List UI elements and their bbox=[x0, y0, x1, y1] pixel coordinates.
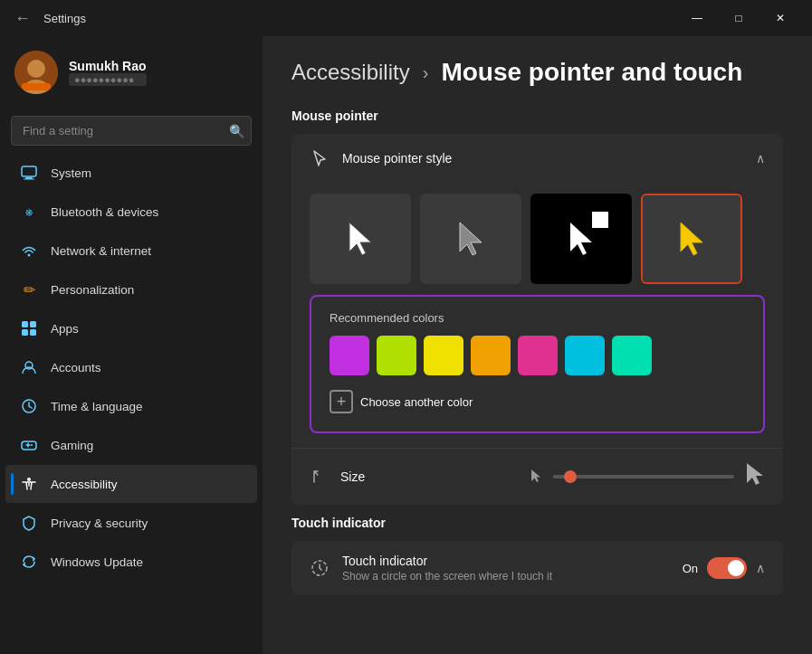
svg-rect-11 bbox=[30, 329, 36, 336]
pointer-style-options bbox=[291, 183, 783, 295]
back-button[interactable]: ← bbox=[11, 5, 34, 32]
svg-point-16 bbox=[27, 478, 31, 481]
choose-color-button[interactable]: + Choose another color bbox=[330, 386, 473, 417]
titlebar-title: Settings bbox=[43, 12, 86, 25]
choose-color-label: Choose another color bbox=[360, 395, 473, 409]
accounts-icon bbox=[20, 358, 38, 376]
touch-icon bbox=[310, 558, 330, 578]
user-info: Sumukh Rao ●●●●●●●●●● bbox=[69, 59, 147, 86]
sidebar-item-system[interactable]: System bbox=[5, 154, 257, 192]
sidebar-item-network[interactable]: Network & internet bbox=[5, 232, 257, 270]
breadcrumb: Accessibility bbox=[291, 60, 410, 85]
color-swatch-purple[interactable] bbox=[330, 336, 369, 375]
touch-left: Touch indicator Show a circle on the scr… bbox=[310, 554, 552, 583]
size-slider-track bbox=[553, 475, 734, 479]
color-swatch-teal[interactable] bbox=[612, 336, 652, 375]
sidebar-item-personalization[interactable]: ✏ Personalization bbox=[5, 270, 257, 308]
touch-expand-icon[interactable]: ∧ bbox=[756, 561, 765, 575]
apps-label: Apps bbox=[51, 322, 79, 336]
accessibility-label: Accessibility bbox=[51, 478, 118, 491]
sidebar-nav: System ⎈ Bluetooth & devices Network & i… bbox=[0, 153, 263, 582]
time-icon bbox=[20, 397, 38, 415]
sidebar-item-accounts[interactable]: Accounts bbox=[5, 348, 257, 386]
size-label: Size bbox=[340, 469, 365, 484]
bluetooth-label: Bluetooth & devices bbox=[51, 205, 158, 219]
update-label: Windows Update bbox=[51, 555, 143, 569]
search-box: 🔍 bbox=[11, 116, 252, 146]
gaming-icon bbox=[20, 436, 38, 454]
personalization-icon: ✏ bbox=[20, 280, 38, 299]
color-swatches bbox=[330, 336, 745, 375]
svg-rect-10 bbox=[22, 329, 28, 336]
toggle-on-label: On bbox=[683, 562, 698, 575]
maximize-button[interactable]: □ bbox=[718, 4, 759, 33]
pointer-option-white[interactable] bbox=[310, 194, 411, 284]
color-swatch-orange[interactable] bbox=[471, 336, 511, 375]
mouse-pointer-section-title: Mouse pointer bbox=[291, 109, 783, 123]
pointer-option-custom[interactable] bbox=[641, 194, 742, 284]
size-icon bbox=[310, 467, 330, 487]
color-swatch-lime[interactable] bbox=[377, 336, 416, 375]
pointer-style-card: Mouse pointer style ∧ bbox=[291, 134, 783, 505]
page-title: Mouse pointer and touch bbox=[441, 58, 742, 87]
network-icon bbox=[20, 242, 38, 260]
touch-indicator-desc: Show a circle on the screen where I touc… bbox=[342, 570, 552, 583]
privacy-icon bbox=[20, 514, 38, 532]
color-swatch-cyan[interactable] bbox=[565, 336, 605, 375]
touch-indicator-row: Touch indicator Show a circle on the scr… bbox=[291, 541, 783, 595]
system-icon bbox=[20, 164, 38, 182]
sidebar-item-bluetooth[interactable]: ⎈ Bluetooth & devices bbox=[5, 193, 257, 231]
color-swatch-yellow[interactable] bbox=[424, 336, 463, 375]
pointer-style-icon bbox=[310, 148, 330, 168]
sidebar-item-update[interactable]: Windows Update bbox=[5, 543, 257, 581]
close-button[interactable]: ✕ bbox=[759, 4, 801, 33]
page-header: Accessibility › Mouse pointer and touch bbox=[291, 58, 783, 87]
size-slider-thumb[interactable] bbox=[564, 470, 577, 483]
sidebar: Sumukh Rao ●●●●●●●●●● 🔍 System bbox=[0, 36, 263, 654]
bluetooth-icon: ⎈ bbox=[20, 203, 38, 221]
search-input[interactable] bbox=[11, 116, 252, 146]
touch-info: Touch indicator Show a circle on the scr… bbox=[342, 554, 552, 583]
svg-rect-3 bbox=[22, 83, 51, 90]
size-left: Size bbox=[310, 467, 365, 487]
cursor-small-icon bbox=[530, 468, 542, 487]
search-icon[interactable]: 🔍 bbox=[229, 124, 244, 138]
user-section[interactable]: Sumukh Rao ●●●●●●●●●● bbox=[0, 36, 263, 109]
color-section: Recommended colors + Choose another colo… bbox=[310, 295, 765, 433]
touch-right: On ∧ bbox=[683, 557, 765, 579]
svg-rect-6 bbox=[24, 179, 34, 180]
chevron-up-icon: ∧ bbox=[756, 151, 765, 166]
sidebar-item-time[interactable]: Time & language bbox=[5, 387, 257, 425]
update-icon bbox=[20, 553, 38, 571]
system-label: System bbox=[51, 166, 91, 180]
touch-toggle[interactable] bbox=[707, 557, 747, 579]
touch-indicator-label: Touch indicator bbox=[342, 554, 552, 568]
app-layout: Sumukh Rao ●●●●●●●●●● 🔍 System bbox=[0, 36, 812, 654]
titlebar-left: ← Settings bbox=[11, 5, 86, 32]
svg-rect-9 bbox=[30, 321, 36, 327]
color-swatch-pink[interactable] bbox=[518, 336, 558, 375]
pointer-option-inverted[interactable] bbox=[530, 194, 632, 284]
network-label: Network & internet bbox=[51, 244, 151, 258]
titlebar: ← Settings — □ ✕ bbox=[0, 0, 812, 36]
cursor-large-icon bbox=[745, 461, 765, 492]
minimize-button[interactable]: — bbox=[676, 4, 718, 33]
accessibility-icon bbox=[20, 475, 38, 493]
size-right bbox=[530, 461, 765, 492]
sidebar-item-apps[interactable]: Apps bbox=[5, 309, 257, 347]
sidebar-item-accessibility[interactable]: Accessibility bbox=[5, 465, 257, 503]
toggle-thumb bbox=[728, 560, 744, 576]
svg-point-15 bbox=[31, 444, 33, 446]
sidebar-item-privacy[interactable]: Privacy & security bbox=[5, 504, 257, 542]
plus-icon: + bbox=[330, 390, 353, 413]
pointer-style-header[interactable]: Mouse pointer style ∧ bbox=[291, 134, 783, 183]
user-email: ●●●●●●●●●● bbox=[69, 73, 147, 86]
gaming-label: Gaming bbox=[51, 439, 93, 452]
personalization-label: Personalization bbox=[51, 283, 134, 297]
privacy-label: Privacy & security bbox=[51, 517, 148, 530]
sidebar-item-gaming[interactable]: Gaming bbox=[5, 426, 257, 464]
recommended-colors-title: Recommended colors bbox=[330, 311, 745, 325]
pointer-option-outline[interactable] bbox=[420, 194, 521, 284]
apps-icon bbox=[20, 319, 38, 337]
svg-point-1 bbox=[27, 60, 45, 78]
